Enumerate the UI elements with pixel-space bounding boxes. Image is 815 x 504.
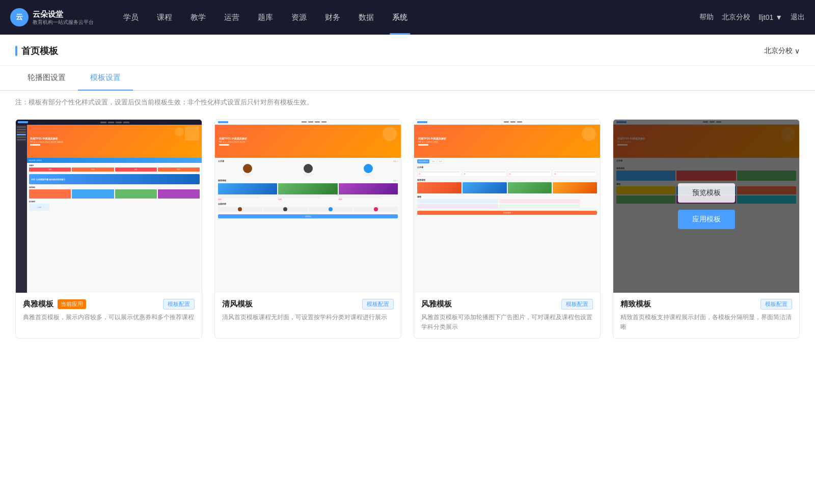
brand-tagline: 教育机构一站式服务云平台 [33, 19, 94, 25]
notice-area: 注：模板有部分个性化样式设置，设置后仅当前模板生效；非个性化样式设置后只针对所有… [0, 91, 815, 114]
page-title: 首页模板 [21, 45, 58, 57]
user-menu[interactable]: lljt01 ▼ [758, 13, 782, 21]
logout-link[interactable]: 退出 [791, 13, 805, 22]
nav-item-finance[interactable]: 财务 [316, 0, 349, 35]
page-branch-selector[interactable]: 北京分校 ∨ [764, 46, 800, 55]
config-badge[interactable]: 模板配置 [163, 299, 195, 310]
nav-item-students[interactable]: 学员 [114, 0, 148, 35]
nav-item-courses[interactable]: 课程 [148, 0, 181, 35]
template-name-qingfeng: 清风模板 [222, 299, 253, 309]
brand-name: 云朵设堂 [33, 9, 94, 19]
template-desc-qingfeng: 清风首页模板课程无封面，可设置按学科分类对课程进行展示 [222, 313, 394, 322]
tab-template[interactable]: 模板设置 [78, 66, 133, 91]
template-card-qingfeng[interactable]: 托福TPO1-54真题及解析 PDF 真·心 口语填充 心理填充 考点分析 公开… [214, 119, 401, 339]
template-name-row-qingfeng: 清风模板 模板配置 [222, 299, 394, 310]
template-desc-jingzhi: 精致首页模板支持课程展示封面，各模板分隔明显，界面简洁清晰 [620, 313, 792, 332]
template-card-dianyan[interactable]: 托福TPO1-54真题及解析 PDF 真·心 口语填充 心理填充 资料管理 视频… [15, 119, 202, 339]
nav-item-system[interactable]: 系统 [383, 0, 417, 35]
page-title-bar [15, 46, 17, 56]
apply-template-button[interactable]: 应用模板 [678, 210, 735, 229]
template-info-jingzhi: 精致模板 模板配置 精致首页模板支持课程展示封面，各模板分隔明显，界面简洁清晰 [613, 293, 799, 338]
logo-text: 云朵设堂 教育机构一站式服务云平台 [33, 9, 94, 26]
top-navigation: 云 云朵设堂 教育机构一站式服务云平台 学员 课程 教学 运营 题库 资源 财务… [0, 0, 815, 35]
nav-menu: 学员 课程 教学 运营 题库 资源 财务 数据 系统 [114, 0, 699, 35]
template-info-qingfeng: 清风模板 模板配置 清风首页模板课程无封面，可设置按学科分类对课程进行展示 [215, 293, 401, 328]
nav-item-teaching[interactable]: 教学 [181, 0, 215, 35]
preview-template-button[interactable]: 预览模板 [678, 183, 735, 203]
help-link[interactable]: 帮助 [699, 13, 714, 22]
nav-item-questions[interactable]: 题库 [249, 0, 282, 35]
config-badge-jingzhi[interactable]: 模板配置 [760, 299, 792, 310]
templates-grid: 托福TPO1-54真题及解析 PDF 真·心 口语填充 心理填充 资料管理 视频… [0, 114, 815, 359]
template-name: 典雅模板 [23, 299, 53, 309]
page-title-wrap: 首页模板 [15, 45, 58, 57]
template-name-jingzhi: 精致模板 [620, 299, 651, 309]
nav-item-operations[interactable]: 运营 [215, 0, 249, 35]
current-badge: 当前应用 [58, 299, 86, 309]
nav-item-resources[interactable]: 资源 [282, 0, 316, 35]
template-name-row-jingzhi: 精致模板 模板配置 [620, 299, 792, 310]
template-name-row: 典雅模板 当前应用 模板配置 [23, 299, 195, 310]
notice-text: 注：模板有部分个性化样式设置，设置后仅当前模板生效；非个性化样式设置后只针对所有… [15, 98, 313, 106]
template-name-row-fengya: 风雅模板 模板配置 [421, 299, 593, 310]
template-overlay-jingzhi: 预览模板 应用模板 [613, 120, 799, 293]
template-name-fengya: 风雅模板 [421, 299, 452, 309]
template-preview-qingfeng: 托福TPO1-54真题及解析 PDF 真·心 口语填充 心理填充 考点分析 公开… [215, 120, 401, 293]
template-preview-jingzhi: 托福TPO1-54真题及解析 PDF 真·心 口语填充 公开课 [613, 120, 799, 293]
template-preview-dianyan: 托福TPO1-54真题及解析 PDF 真·心 口语填充 心理填充 资料管理 视频… [16, 120, 202, 293]
template-card-fengya[interactable]: 托福TPO1-54真题及解析 PDF 真·心 口语填充 心理填充 精品好课备考 … [414, 119, 601, 339]
logo-icon: 云 [10, 8, 29, 26]
nav-right: 帮助 北京分校 lljt01 ▼ 退出 [699, 13, 805, 22]
template-info-fengya: 风雅模板 模板配置 风雅首页模板可添加轮播图下广告图片，可对课程及课程包设置学科… [414, 293, 600, 338]
page-header: 首页模板 北京分校 ∨ [0, 35, 815, 66]
tabs-area: 轮播图设置 模板设置 [0, 66, 815, 91]
template-desc-fengya: 风雅首页模板可添加轮播图下广告图片，可对课程及课程包设置学科分类展示 [421, 313, 593, 332]
template-preview-fengya: 托福TPO1-54真题及解析 PDF 真·心 口语填充 心理填充 精品好课备考 … [414, 120, 600, 293]
config-badge-fengya[interactable]: 模板配置 [561, 299, 593, 310]
template-info-dianyan: 典雅模板 当前应用 模板配置 典雅首页模板，展示内容较多，可以展示优惠券和多个推… [16, 293, 202, 328]
template-card-jingzhi[interactable]: 托福TPO1-54真题及解析 PDF 真·心 口语填充 公开课 [613, 119, 800, 339]
config-badge-qingfeng[interactable]: 模板配置 [362, 299, 394, 310]
nav-item-data[interactable]: 数据 [349, 0, 383, 35]
tab-carousel[interactable]: 轮播图设置 [15, 66, 78, 91]
logo-area: 云 云朵设堂 教育机构一站式服务云平台 [10, 8, 94, 26]
template-desc: 典雅首页模板，展示内容较多，可以展示优惠券和多个推荐课程 [23, 313, 195, 322]
branch-selector[interactable]: 北京分校 [722, 13, 750, 22]
page-container: 首页模板 北京分校 ∨ 轮播图设置 模板设置 注：模板有部分个性化样式设置，设置… [0, 35, 815, 504]
